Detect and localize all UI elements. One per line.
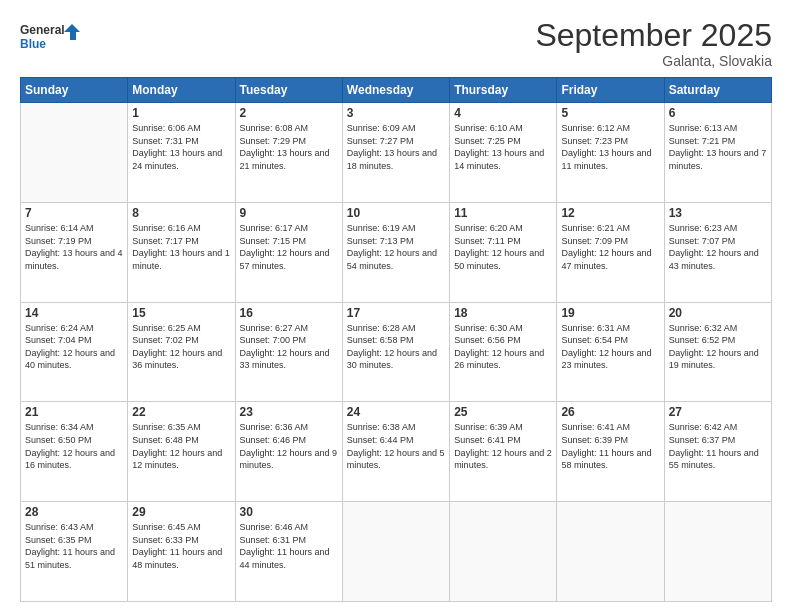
month-title: September 2025 — [535, 18, 772, 53]
calendar-cell: 27 Sunrise: 6:42 AM Sunset: 6:37 PM Dayl… — [664, 402, 771, 502]
day-info: Sunrise: 6:21 AM Sunset: 7:09 PM Dayligh… — [561, 222, 659, 272]
col-tuesday: Tuesday — [235, 78, 342, 103]
day-number: 16 — [240, 306, 338, 320]
day-info: Sunrise: 6:14 AM Sunset: 7:19 PM Dayligh… — [25, 222, 123, 272]
calendar-cell: 20 Sunrise: 6:32 AM Sunset: 6:52 PM Dayl… — [664, 302, 771, 402]
calendar-cell: 29 Sunrise: 6:45 AM Sunset: 6:33 PM Dayl… — [128, 502, 235, 602]
calendar-cell — [664, 502, 771, 602]
calendar-cell: 15 Sunrise: 6:25 AM Sunset: 7:02 PM Dayl… — [128, 302, 235, 402]
day-info: Sunrise: 6:39 AM Sunset: 6:41 PM Dayligh… — [454, 421, 552, 471]
day-info: Sunrise: 6:42 AM Sunset: 6:37 PM Dayligh… — [669, 421, 767, 471]
col-saturday: Saturday — [664, 78, 771, 103]
header: General Blue September 2025 Galanta, Slo… — [20, 18, 772, 69]
col-wednesday: Wednesday — [342, 78, 449, 103]
day-info: Sunrise: 6:16 AM Sunset: 7:17 PM Dayligh… — [132, 222, 230, 272]
day-number: 12 — [561, 206, 659, 220]
calendar-cell: 7 Sunrise: 6:14 AM Sunset: 7:19 PM Dayli… — [21, 202, 128, 302]
day-info: Sunrise: 6:28 AM Sunset: 6:58 PM Dayligh… — [347, 322, 445, 372]
day-info: Sunrise: 6:12 AM Sunset: 7:23 PM Dayligh… — [561, 122, 659, 172]
day-info: Sunrise: 6:41 AM Sunset: 6:39 PM Dayligh… — [561, 421, 659, 471]
day-info: Sunrise: 6:46 AM Sunset: 6:31 PM Dayligh… — [240, 521, 338, 571]
day-info: Sunrise: 6:36 AM Sunset: 6:46 PM Dayligh… — [240, 421, 338, 471]
calendar-cell: 25 Sunrise: 6:39 AM Sunset: 6:41 PM Dayl… — [450, 402, 557, 502]
day-number: 30 — [240, 505, 338, 519]
day-number: 22 — [132, 405, 230, 419]
calendar-cell: 9 Sunrise: 6:17 AM Sunset: 7:15 PM Dayli… — [235, 202, 342, 302]
calendar-cell: 8 Sunrise: 6:16 AM Sunset: 7:17 PM Dayli… — [128, 202, 235, 302]
calendar-cell: 1 Sunrise: 6:06 AM Sunset: 7:31 PM Dayli… — [128, 103, 235, 203]
day-info: Sunrise: 6:19 AM Sunset: 7:13 PM Dayligh… — [347, 222, 445, 272]
calendar-cell: 6 Sunrise: 6:13 AM Sunset: 7:21 PM Dayli… — [664, 103, 771, 203]
col-sunday: Sunday — [21, 78, 128, 103]
location: Galanta, Slovakia — [535, 53, 772, 69]
day-info: Sunrise: 6:09 AM Sunset: 7:27 PM Dayligh… — [347, 122, 445, 172]
day-info: Sunrise: 6:23 AM Sunset: 7:07 PM Dayligh… — [669, 222, 767, 272]
day-number: 14 — [25, 306, 123, 320]
logo: General Blue — [20, 18, 80, 58]
day-number: 19 — [561, 306, 659, 320]
calendar-cell — [450, 502, 557, 602]
day-info: Sunrise: 6:06 AM Sunset: 7:31 PM Dayligh… — [132, 122, 230, 172]
day-info: Sunrise: 6:27 AM Sunset: 7:00 PM Dayligh… — [240, 322, 338, 372]
day-number: 20 — [669, 306, 767, 320]
calendar-week-row: 21 Sunrise: 6:34 AM Sunset: 6:50 PM Dayl… — [21, 402, 772, 502]
day-number: 4 — [454, 106, 552, 120]
svg-marker-2 — [64, 24, 80, 40]
day-info: Sunrise: 6:31 AM Sunset: 6:54 PM Dayligh… — [561, 322, 659, 372]
day-number: 28 — [25, 505, 123, 519]
day-number: 23 — [240, 405, 338, 419]
day-number: 21 — [25, 405, 123, 419]
day-number: 2 — [240, 106, 338, 120]
day-info: Sunrise: 6:24 AM Sunset: 7:04 PM Dayligh… — [25, 322, 123, 372]
calendar-cell: 12 Sunrise: 6:21 AM Sunset: 7:09 PM Dayl… — [557, 202, 664, 302]
calendar-cell: 19 Sunrise: 6:31 AM Sunset: 6:54 PM Dayl… — [557, 302, 664, 402]
calendar-header-row: Sunday Monday Tuesday Wednesday Thursday… — [21, 78, 772, 103]
title-block: September 2025 Galanta, Slovakia — [535, 18, 772, 69]
page: General Blue September 2025 Galanta, Slo… — [0, 0, 792, 612]
calendar-cell: 13 Sunrise: 6:23 AM Sunset: 7:07 PM Dayl… — [664, 202, 771, 302]
calendar-table: Sunday Monday Tuesday Wednesday Thursday… — [20, 77, 772, 602]
day-info: Sunrise: 6:38 AM Sunset: 6:44 PM Dayligh… — [347, 421, 445, 471]
day-info: Sunrise: 6:13 AM Sunset: 7:21 PM Dayligh… — [669, 122, 767, 172]
day-number: 13 — [669, 206, 767, 220]
day-info: Sunrise: 6:34 AM Sunset: 6:50 PM Dayligh… — [25, 421, 123, 471]
svg-text:General: General — [20, 23, 65, 37]
day-info: Sunrise: 6:43 AM Sunset: 6:35 PM Dayligh… — [25, 521, 123, 571]
calendar-cell: 17 Sunrise: 6:28 AM Sunset: 6:58 PM Dayl… — [342, 302, 449, 402]
calendar-cell: 24 Sunrise: 6:38 AM Sunset: 6:44 PM Dayl… — [342, 402, 449, 502]
calendar-cell: 28 Sunrise: 6:43 AM Sunset: 6:35 PM Dayl… — [21, 502, 128, 602]
day-number: 18 — [454, 306, 552, 320]
calendar-cell: 5 Sunrise: 6:12 AM Sunset: 7:23 PM Dayli… — [557, 103, 664, 203]
calendar-cell: 18 Sunrise: 6:30 AM Sunset: 6:56 PM Dayl… — [450, 302, 557, 402]
calendar-cell: 14 Sunrise: 6:24 AM Sunset: 7:04 PM Dayl… — [21, 302, 128, 402]
calendar-cell: 22 Sunrise: 6:35 AM Sunset: 6:48 PM Dayl… — [128, 402, 235, 502]
calendar-cell: 30 Sunrise: 6:46 AM Sunset: 6:31 PM Dayl… — [235, 502, 342, 602]
col-monday: Monday — [128, 78, 235, 103]
calendar-cell: 3 Sunrise: 6:09 AM Sunset: 7:27 PM Dayli… — [342, 103, 449, 203]
calendar-cell: 2 Sunrise: 6:08 AM Sunset: 7:29 PM Dayli… — [235, 103, 342, 203]
day-number: 10 — [347, 206, 445, 220]
day-number: 17 — [347, 306, 445, 320]
col-thursday: Thursday — [450, 78, 557, 103]
day-info: Sunrise: 6:20 AM Sunset: 7:11 PM Dayligh… — [454, 222, 552, 272]
calendar-week-row: 1 Sunrise: 6:06 AM Sunset: 7:31 PM Dayli… — [21, 103, 772, 203]
day-number: 24 — [347, 405, 445, 419]
day-number: 7 — [25, 206, 123, 220]
day-number: 27 — [669, 405, 767, 419]
day-info: Sunrise: 6:30 AM Sunset: 6:56 PM Dayligh… — [454, 322, 552, 372]
day-number: 26 — [561, 405, 659, 419]
calendar-cell: 23 Sunrise: 6:36 AM Sunset: 6:46 PM Dayl… — [235, 402, 342, 502]
logo-svg: General Blue — [20, 18, 80, 58]
calendar-cell: 26 Sunrise: 6:41 AM Sunset: 6:39 PM Dayl… — [557, 402, 664, 502]
day-info: Sunrise: 6:45 AM Sunset: 6:33 PM Dayligh… — [132, 521, 230, 571]
day-number: 8 — [132, 206, 230, 220]
calendar-cell: 4 Sunrise: 6:10 AM Sunset: 7:25 PM Dayli… — [450, 103, 557, 203]
calendar-cell — [342, 502, 449, 602]
col-friday: Friday — [557, 78, 664, 103]
calendar-cell — [557, 502, 664, 602]
day-number: 3 — [347, 106, 445, 120]
calendar-week-row: 14 Sunrise: 6:24 AM Sunset: 7:04 PM Dayl… — [21, 302, 772, 402]
day-info: Sunrise: 6:35 AM Sunset: 6:48 PM Dayligh… — [132, 421, 230, 471]
day-info: Sunrise: 6:32 AM Sunset: 6:52 PM Dayligh… — [669, 322, 767, 372]
day-number: 5 — [561, 106, 659, 120]
